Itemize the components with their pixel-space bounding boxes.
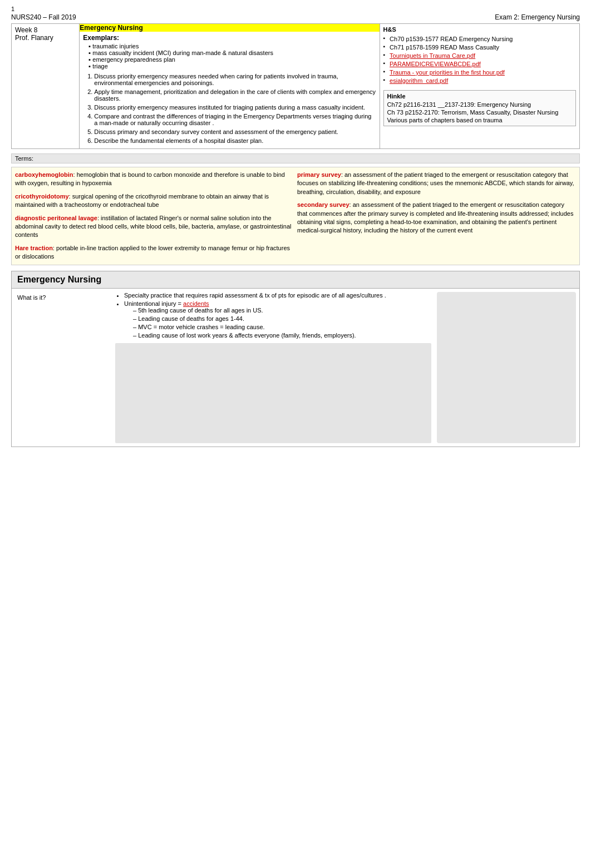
term-entry: Hare traction: portable in-line traction… — [15, 244, 294, 261]
term-name: secondary survey — [297, 201, 349, 208]
exemplar-item: mass casualty incident (MCI) during man-… — [88, 49, 376, 56]
en-sub-bullet-item: MVC = motor vehicle crashes = leading ca… — [133, 324, 431, 330]
en-section-title: Emergency Nursing — [12, 271, 579, 289]
main-content-table: Week 8 Prof. Flanary Emergency Nursing E… — [11, 23, 580, 149]
hs-link-text[interactable]: Trauma - your priorities in the first ho… — [390, 69, 505, 76]
hs-link-text[interactable]: Ch70 p1539-1577 READ Emergency Nursing — [390, 36, 513, 42]
hs-link-text[interactable]: esialgorithm_card.pdf — [390, 77, 448, 84]
hs-link-item: Ch70 p1539-1577 READ Emergency Nursing — [383, 35, 576, 43]
page-number: 1 — [11, 6, 580, 12]
term-entry: cricothyroidotomy: surgical opening of t… — [15, 192, 294, 210]
exemplars-list: traumatic injuries mass casualty inciden… — [88, 43, 376, 70]
en-bullet-item: Specialty practice that requires rapid a… — [124, 292, 431, 299]
term-definition: : portable in-line traction applied to t… — [15, 245, 290, 260]
outcomes-list: Discuss priority emergency measures need… — [94, 73, 376, 144]
en-bullet-list: Specialty practice that requires rapid a… — [124, 292, 431, 339]
course-title: NURS240 – Fall 2019 — [11, 13, 76, 21]
term-name: Hare traction — [15, 245, 53, 251]
outcome-item: Discuss priority emergency measures inst… — [94, 104, 376, 111]
accidents-link[interactable]: accidents — [183, 300, 209, 307]
exemplar-item: emergency preparedness plan — [88, 56, 376, 63]
term-name: diagnostic peritoneal lavage — [15, 215, 97, 221]
hs-link-text[interactable]: Ch71 p1578-1599 READ Mass Casualty — [390, 44, 499, 51]
term-name: primary survey — [297, 171, 341, 178]
en-sub-bullet-item: 5th leading cause of deaths for all ages… — [133, 307, 431, 314]
emergency-nursing-section: Emergency Nursing What is it? Specialty … — [11, 271, 580, 447]
term-name: carboxyhemoglobin — [15, 171, 73, 178]
hinkle-line: Various parts of chapters based on traum… — [387, 117, 572, 123]
term-entry: secondary survey: an assessment of the p… — [297, 201, 576, 235]
topic-highlight: Emergency Nursing — [80, 24, 379, 32]
en-what-is-it-label: What is it? — [15, 292, 110, 443]
term-entry: carboxyhemoglobin: hemoglobin that is bo… — [15, 171, 294, 188]
outcome-item: Describe the fundamental elements of a h… — [94, 137, 376, 144]
topic-cell: Emergency Nursing Exemplars: traumatic i… — [80, 24, 380, 149]
en-content: What is it? Specialty practice that requ… — [12, 289, 579, 447]
page-header: NURS240 – Fall 2019 Exam 2: Emergency Nu… — [11, 13, 580, 21]
outcome-item: Discuss priority emergency measures need… — [94, 73, 376, 86]
hs-link-item: PARAMEDICREVIEWABCDE.pdf — [383, 60, 576, 68]
exemplar-item: triage — [88, 63, 376, 70]
exemplar-item: traumatic injuries — [88, 43, 376, 49]
exam-title: Exam 2: Emergency Nursing — [495, 13, 580, 21]
hinkle-line: Ch72 p2116-2131 __2137-2139: Emergency N… — [387, 101, 572, 108]
terms-bar: Terms: — [11, 153, 580, 163]
en-sub-bullet-item: Leading cause of lost work years & affec… — [133, 332, 431, 339]
professor-label: Prof. Flanary — [15, 34, 76, 42]
hinkle-line: Ch 73 p2152-2170: Terrorism, Mass Casual… — [387, 109, 572, 116]
exemplars-header: Exemplars: — [83, 34, 376, 42]
week-label: Week 8 — [15, 26, 76, 34]
week-cell: Week 8 Prof. Flanary — [12, 24, 80, 149]
blurred-content-area — [115, 343, 431, 443]
hs-link-text[interactable]: Tourniquets in Trauma Care.pdf — [390, 52, 475, 59]
terms-grid: carboxyhemoglobin: hemoglobin that is bo… — [11, 167, 580, 265]
en-right-blurred — [437, 292, 576, 443]
hs-link-item: Tourniquets in Trauma Care.pdf — [383, 52, 576, 59]
terms-right-column: primary survey: an assessment of the pat… — [297, 171, 576, 261]
hinkle-title: Hinkle — [387, 93, 572, 100]
outcome-item: Compare and contrast the differences of … — [94, 113, 376, 126]
hs-title: H&S — [383, 26, 576, 33]
term-entry: diagnostic peritoneal lavage: instillati… — [15, 214, 294, 240]
hinkle-box: Hinkle Ch72 p2116-2131 __2137-2139: Emer… — [383, 90, 576, 126]
en-middle-content: Specialty practice that requires rapid a… — [115, 292, 431, 443]
term-name: cricothyroidotomy — [15, 193, 69, 200]
hs-link-item: Ch71 p1578-1599 READ Mass Casualty — [383, 43, 576, 51]
hs-link-item: esialgorithm_card.pdf — [383, 77, 576, 85]
hs-link-text[interactable]: PARAMEDICREVIEWABCDE.pdf — [390, 61, 481, 67]
outcome-item: Apply time management, prioritization an… — [94, 88, 376, 102]
outcome-item: Discuss primary and secondary survey con… — [94, 128, 376, 135]
hs-link-item: Trauma - your priorities in the first ho… — [383, 68, 576, 76]
term-entry: primary survey: an assessment of the pat… — [297, 171, 576, 196]
terms-left-column: carboxyhemoglobin: hemoglobin that is bo… — [15, 171, 294, 261]
en-sub-bullet-list: 5th leading cause of deaths for all ages… — [133, 307, 431, 339]
en-sub-bullet-item: Leading cause of deaths for ages 1-44. — [133, 315, 431, 322]
en-bullet-item: Unintentional injury = accidents 5th lea… — [124, 300, 431, 339]
hs-cell: H&S Ch70 p1539-1577 READ Emergency Nursi… — [380, 24, 579, 149]
